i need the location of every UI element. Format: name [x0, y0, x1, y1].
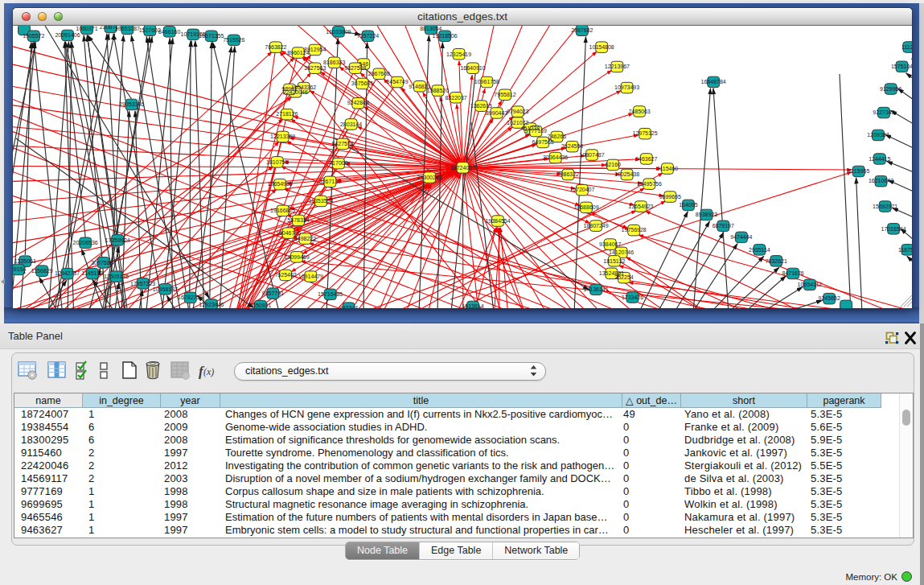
svg-text:(x): (x) [203, 366, 214, 377]
svg-text:13654923: 13654923 [628, 204, 653, 209]
svg-text:9463627: 9463627 [635, 156, 657, 162]
svg-text:12942737: 12942737 [55, 270, 80, 276]
svg-text:8427552: 8427552 [331, 141, 353, 146]
svg-text:1156829: 1156829 [31, 268, 53, 274]
svg-text:9650931: 9650931 [249, 303, 271, 308]
svg-text:19384554: 19384554 [485, 218, 510, 224]
svg-text:2967608: 2967608 [368, 71, 390, 76]
svg-text:9699695: 9699695 [659, 194, 681, 200]
svg-text:1145193: 1145193 [82, 270, 104, 276]
svg-text:3627563: 3627563 [304, 65, 326, 71]
svg-text:11124: 11124 [901, 44, 912, 50]
svg-text:1621072: 1621072 [507, 120, 528, 126]
svg-text:8186323: 8186323 [323, 60, 345, 65]
svg-text:3624554: 3624554 [561, 143, 583, 149]
svg-text:10958187: 10958187 [153, 286, 178, 292]
svg-text:9245652: 9245652 [819, 295, 840, 301]
svg-text:18724007: 18724007 [450, 165, 475, 171]
svg-text:1810755: 1810755 [266, 159, 288, 165]
svg-text:7632621: 7632621 [766, 258, 787, 264]
svg-text:9794023: 9794023 [507, 109, 528, 114]
svg-text:6497568: 6497568 [532, 139, 553, 145]
svg-text:1362615: 1362615 [470, 103, 492, 109]
svg-text:29053346: 29053346 [119, 101, 144, 107]
svg-text:15692971: 15692971 [873, 204, 897, 209]
svg-text:1513614: 1513614 [462, 303, 483, 308]
svg-text:8215955: 8215955 [848, 168, 869, 174]
svg-text:16210643: 16210643 [869, 178, 893, 183]
svg-text:12923446: 12923446 [199, 302, 224, 307]
svg-text:9146821: 9146821 [409, 84, 430, 89]
svg-text:3675685: 3675685 [351, 80, 373, 86]
svg-text:15495756: 15495756 [637, 181, 662, 187]
svg-text:3267130: 3267130 [319, 179, 341, 184]
svg-text:1060371: 1060371 [76, 26, 97, 31]
svg-text:2935114: 2935114 [749, 247, 770, 253]
svg-text:9242848: 9242848 [347, 100, 369, 105]
svg-text:7986322: 7986322 [557, 171, 579, 177]
svg-text:417006: 417006 [329, 160, 347, 166]
svg-text:1733426: 1733426 [622, 295, 643, 300]
svg-text:17957223: 17957223 [130, 281, 155, 286]
svg-text:16033809: 16033809 [326, 29, 351, 35]
svg-text:1905572: 1905572 [23, 33, 44, 39]
svg-text:16782759: 16782759 [178, 295, 203, 300]
svg-text:746266: 746266 [548, 134, 566, 139]
svg-text:8322037: 8322037 [445, 95, 466, 101]
svg-text:8471676: 8471676 [782, 270, 803, 276]
svg-text:10961758: 10961758 [474, 79, 499, 84]
svg-text:98961: 98961 [281, 86, 298, 92]
svg-text:9129966: 9129966 [880, 86, 901, 92]
svg-text:14136141: 14136141 [584, 286, 609, 292]
svg-text:19166825: 19166825 [270, 208, 295, 213]
svg-text:1209387: 1209387 [867, 132, 889, 138]
svg-text:11353594: 11353594 [309, 198, 334, 204]
svg-text:12325419: 12325419 [446, 51, 471, 57]
svg-text:1335061: 1335061 [14, 258, 36, 264]
svg-text:16640910: 16640910 [460, 65, 485, 71]
svg-text:14120746: 14120746 [609, 249, 634, 255]
svg-text:3498222: 3498222 [294, 236, 316, 241]
svg-text:12213967: 12213967 [605, 64, 630, 69]
svg-text:7663822: 7663822 [265, 44, 286, 50]
svg-text:10688609: 10688609 [573, 204, 598, 210]
svg-text:2087682: 2087682 [571, 27, 593, 33]
svg-text:16046786: 16046786 [276, 230, 301, 236]
svg-text:9474444: 9474444 [730, 234, 752, 240]
svg-text:7625402: 7625402 [274, 272, 296, 278]
svg-text:7515526: 7515526 [223, 37, 244, 43]
svg-text:8990443: 8990443 [486, 110, 507, 116]
svg-text:14099469: 14099469 [284, 254, 309, 260]
svg-text:2718126: 2718126 [276, 111, 298, 117]
svg-text:15716485: 15716485 [318, 291, 343, 297]
svg-text:12975125: 12975125 [633, 130, 658, 136]
svg-text:20364436: 20364436 [543, 154, 568, 160]
svg-text:7485063: 7485063 [628, 109, 650, 114]
svg-text:1527602: 1527602 [139, 27, 161, 33]
svg-text:30975867: 30975867 [91, 260, 116, 266]
svg-text:12213369: 12213369 [270, 134, 295, 139]
svg-text:9115460: 9115460 [657, 166, 679, 171]
svg-text:9327508: 9327508 [344, 65, 366, 71]
svg-text:15720407: 15720407 [569, 187, 594, 192]
svg-text:8813054: 8813054 [420, 26, 441, 31]
svg-text:8912954: 8912954 [304, 47, 326, 52]
svg-text:1815132: 1815132 [603, 258, 625, 264]
svg-text:252254: 252254 [614, 274, 633, 280]
svg-text:39154: 39154 [13, 266, 26, 272]
svg-text:116753: 116753 [898, 247, 912, 253]
svg-text:10025438: 10025438 [614, 171, 639, 177]
svg-text:17016504: 17016504 [881, 226, 906, 232]
svg-text:5578334: 5578334 [287, 217, 309, 223]
svg-text:8454749: 8454749 [386, 79, 408, 84]
svg-text:10654112: 10654112 [798, 282, 823, 287]
svg-text:9777169: 9777169 [525, 128, 547, 134]
svg-text:16671355: 16671355 [199, 33, 224, 39]
svg-text:1244415: 1244415 [869, 156, 890, 162]
svg-text:17359924: 17359924 [105, 237, 130, 243]
svg-text:164095: 164095 [679, 202, 697, 208]
svg-text:6879197: 6879197 [713, 223, 734, 229]
svg-text:20206536: 20206536 [73, 240, 98, 245]
svg-text:9227342: 9227342 [873, 109, 894, 115]
svg-text:18807249: 18807249 [584, 223, 609, 229]
